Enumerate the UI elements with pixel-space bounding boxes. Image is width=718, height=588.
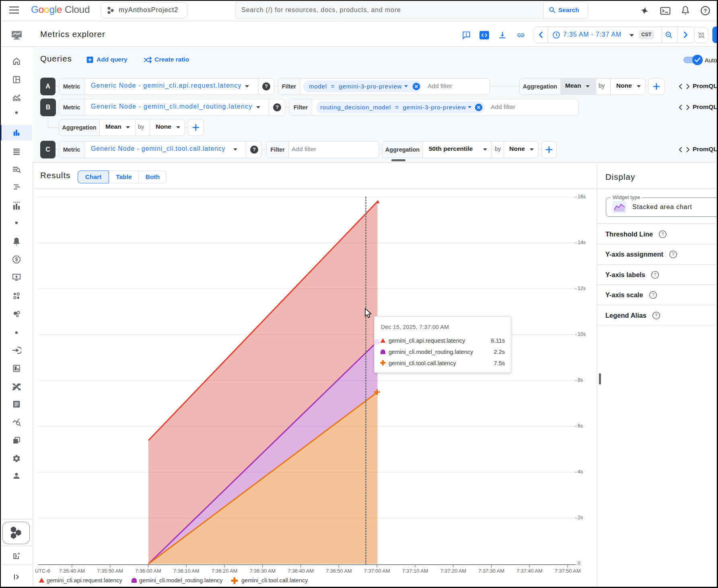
svg-text:7:37:30 AM: 7:37:30 AM <box>478 568 504 574</box>
svg-text:7:36:40 AM: 7:36:40 AM <box>288 568 314 574</box>
svg-text:UTC-6: UTC-6 <box>35 568 50 574</box>
svg-text:7:35:40 AM: 7:35:40 AM <box>59 568 85 574</box>
svg-text:7:36:20 AM: 7:36:20 AM <box>212 568 238 574</box>
svg-text:7:37:20 AM: 7:37:20 AM <box>440 568 466 574</box>
svg-text:7:37:10 AM: 7:37:10 AM <box>402 568 428 574</box>
svg-text:7:37:40 AM: 7:37:40 AM <box>516 568 543 574</box>
svg-text:gemini_cli.tool.call.latency: gemini_cli.tool.call.latency <box>241 577 308 584</box>
svg-text:16s: 16s <box>578 194 586 199</box>
svg-text:7:37:00 AM: 7:37:00 AM <box>364 568 390 574</box>
svg-text:6s: 6s <box>578 423 583 429</box>
svg-text:8s: 8s <box>578 377 583 383</box>
svg-text:2s: 2s <box>578 515 583 520</box>
svg-text:7:36:00 AM: 7:36:00 AM <box>135 568 161 574</box>
svg-text:7:36:30 AM: 7:36:30 AM <box>249 568 276 574</box>
svg-text:7:36:10 AM: 7:36:10 AM <box>173 568 200 574</box>
svg-text:gemini_cli.api.request.latency: gemini_cli.api.request.latency <box>47 577 122 584</box>
svg-text:7:35:50 AM: 7:35:50 AM <box>97 568 123 574</box>
svg-text:7:36:50 AM: 7:36:50 AM <box>326 568 352 574</box>
svg-text:7:37:50 AM: 7:37:50 AM <box>555 568 581 574</box>
svg-text:4s: 4s <box>578 469 583 475</box>
svg-text:0: 0 <box>578 561 580 566</box>
svg-text:gemini_cli.model_routing.laten: gemini_cli.model_routing.latency <box>139 577 223 584</box>
svg-text:12s: 12s <box>578 286 586 291</box>
svg-text:14s: 14s <box>578 240 586 245</box>
svg-text:10s: 10s <box>578 331 586 337</box>
